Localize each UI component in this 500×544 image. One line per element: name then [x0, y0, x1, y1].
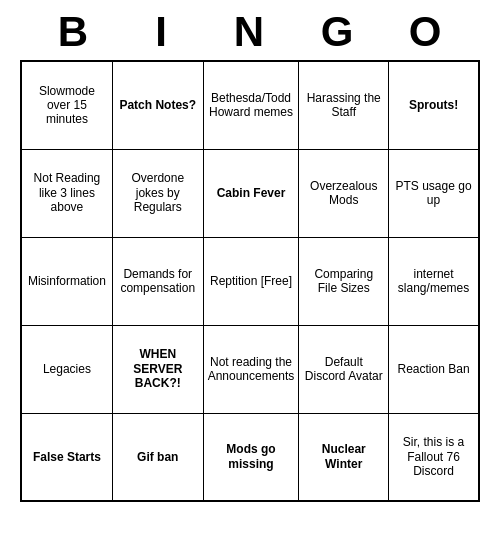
- cell-r3-c3: Default Discord Avatar: [299, 325, 389, 413]
- cell-r3-c4: Reaction Ban: [389, 325, 479, 413]
- cell-r1-c3: Overzealous Mods: [299, 149, 389, 237]
- cell-r4-c4: Sir, this is a Fallout 76 Discord: [389, 413, 479, 501]
- cell-r1-c0: Not Reading like 3 lines above: [21, 149, 112, 237]
- cell-r1-c4: PTS usage go up: [389, 149, 479, 237]
- bingo-title: B I N G O: [20, 0, 480, 60]
- cell-r0-c3: Harassing the Staff: [299, 61, 389, 149]
- letter-g: G: [294, 8, 382, 56]
- cell-r2-c4: internet slang/memes: [389, 237, 479, 325]
- cell-r0-c2: Bethesda/Todd Howard memes: [203, 61, 299, 149]
- cell-r1-c2: Cabin Fever: [203, 149, 299, 237]
- cell-r0-c4: Sprouts!: [389, 61, 479, 149]
- cell-r2-c2: Reptition [Free]: [203, 237, 299, 325]
- cell-r3-c1: WHEN SERVER BACK?!: [112, 325, 203, 413]
- letter-n: N: [206, 8, 294, 56]
- cell-r4-c1: Gif ban: [112, 413, 203, 501]
- cell-r4-c0: False Starts: [21, 413, 112, 501]
- cell-r0-c1: Patch Notes?: [112, 61, 203, 149]
- letter-o: O: [382, 8, 470, 56]
- bingo-grid: Slowmode over 15 minutesPatch Notes?Beth…: [20, 60, 480, 502]
- cell-r0-c0: Slowmode over 15 minutes: [21, 61, 112, 149]
- cell-r1-c1: Overdone jokes by Regulars: [112, 149, 203, 237]
- letter-i: I: [118, 8, 206, 56]
- cell-r2-c0: Misinformation: [21, 237, 112, 325]
- cell-r3-c2: Not reading the Announcements: [203, 325, 299, 413]
- cell-r4-c2: Mods go missing: [203, 413, 299, 501]
- cell-r4-c3: Nuclear Winter: [299, 413, 389, 501]
- letter-b: B: [30, 8, 118, 56]
- cell-r2-c1: Demands for compensation: [112, 237, 203, 325]
- cell-r2-c3: Comparing File Sizes: [299, 237, 389, 325]
- cell-r3-c0: Legacies: [21, 325, 112, 413]
